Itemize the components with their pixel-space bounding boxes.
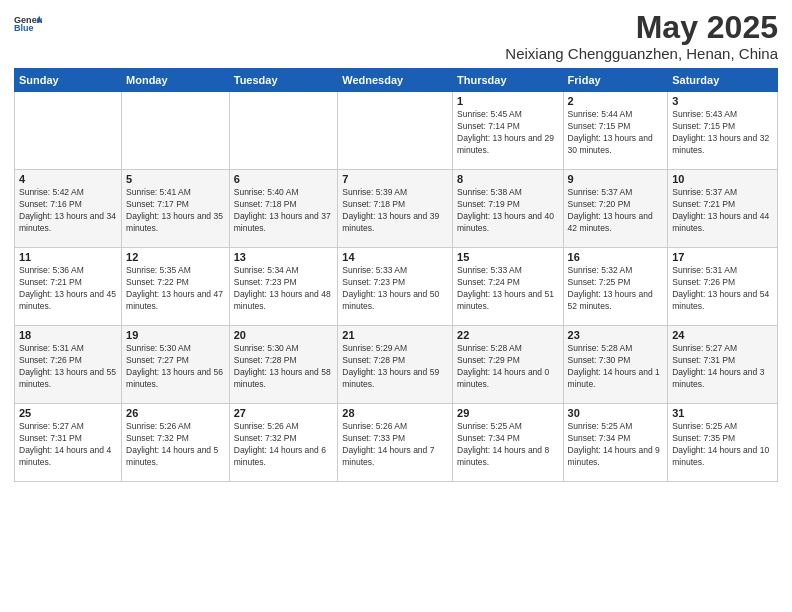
day-info: Sunrise: 5:26 AM Sunset: 7:32 PM Dayligh… [234, 421, 334, 469]
day-number: 4 [19, 173, 117, 185]
day-info: Sunrise: 5:33 AM Sunset: 7:24 PM Dayligh… [457, 265, 559, 313]
table-row: 10 Sunrise: 5:37 AM Sunset: 7:21 PM Dayl… [668, 170, 778, 248]
day-info: Sunrise: 5:28 AM Sunset: 7:30 PM Dayligh… [568, 343, 664, 391]
table-row: 31 Sunrise: 5:25 AM Sunset: 7:35 PM Dayl… [668, 404, 778, 482]
day-number: 23 [568, 329, 664, 341]
title-area: May 2025 Neixiang Chengguanzhen, Henan, … [505, 10, 778, 62]
table-row: 12 Sunrise: 5:35 AM Sunset: 7:22 PM Dayl… [122, 248, 230, 326]
day-number: 22 [457, 329, 559, 341]
day-info: Sunrise: 5:32 AM Sunset: 7:25 PM Dayligh… [568, 265, 664, 313]
table-row: 26 Sunrise: 5:26 AM Sunset: 7:32 PM Dayl… [122, 404, 230, 482]
day-number: 17 [672, 251, 773, 263]
day-number: 30 [568, 407, 664, 419]
table-row: 5 Sunrise: 5:41 AM Sunset: 7:17 PM Dayli… [122, 170, 230, 248]
table-row [338, 92, 453, 170]
day-info: Sunrise: 5:34 AM Sunset: 7:23 PM Dayligh… [234, 265, 334, 313]
day-info: Sunrise: 5:36 AM Sunset: 7:21 PM Dayligh… [19, 265, 117, 313]
table-row: 23 Sunrise: 5:28 AM Sunset: 7:30 PM Dayl… [563, 326, 668, 404]
week-row-1: 1 Sunrise: 5:45 AM Sunset: 7:14 PM Dayli… [15, 92, 778, 170]
table-row: 20 Sunrise: 5:30 AM Sunset: 7:28 PM Dayl… [229, 326, 338, 404]
day-info: Sunrise: 5:31 AM Sunset: 7:26 PM Dayligh… [19, 343, 117, 391]
day-info: Sunrise: 5:28 AM Sunset: 7:29 PM Dayligh… [457, 343, 559, 391]
col-saturday: Saturday [668, 69, 778, 92]
day-number: 13 [234, 251, 334, 263]
week-row-3: 11 Sunrise: 5:36 AM Sunset: 7:21 PM Dayl… [15, 248, 778, 326]
day-info: Sunrise: 5:37 AM Sunset: 7:21 PM Dayligh… [672, 187, 773, 235]
header-row: Sunday Monday Tuesday Wednesday Thursday… [15, 69, 778, 92]
col-tuesday: Tuesday [229, 69, 338, 92]
day-number: 5 [126, 173, 225, 185]
day-info: Sunrise: 5:26 AM Sunset: 7:32 PM Dayligh… [126, 421, 225, 469]
table-row: 30 Sunrise: 5:25 AM Sunset: 7:34 PM Dayl… [563, 404, 668, 482]
day-number: 3 [672, 95, 773, 107]
svg-text:Blue: Blue [14, 23, 34, 33]
week-row-2: 4 Sunrise: 5:42 AM Sunset: 7:16 PM Dayli… [15, 170, 778, 248]
day-info: Sunrise: 5:25 AM Sunset: 7:34 PM Dayligh… [457, 421, 559, 469]
day-number: 11 [19, 251, 117, 263]
day-info: Sunrise: 5:30 AM Sunset: 7:28 PM Dayligh… [234, 343, 334, 391]
day-info: Sunrise: 5:37 AM Sunset: 7:20 PM Dayligh… [568, 187, 664, 235]
table-row: 18 Sunrise: 5:31 AM Sunset: 7:26 PM Dayl… [15, 326, 122, 404]
day-info: Sunrise: 5:25 AM Sunset: 7:34 PM Dayligh… [568, 421, 664, 469]
day-number: 9 [568, 173, 664, 185]
day-info: Sunrise: 5:38 AM Sunset: 7:19 PM Dayligh… [457, 187, 559, 235]
day-number: 29 [457, 407, 559, 419]
day-info: Sunrise: 5:44 AM Sunset: 7:15 PM Dayligh… [568, 109, 664, 157]
table-row: 28 Sunrise: 5:26 AM Sunset: 7:33 PM Dayl… [338, 404, 453, 482]
day-info: Sunrise: 5:31 AM Sunset: 7:26 PM Dayligh… [672, 265, 773, 313]
table-row [122, 92, 230, 170]
day-info: Sunrise: 5:25 AM Sunset: 7:35 PM Dayligh… [672, 421, 773, 469]
day-info: Sunrise: 5:33 AM Sunset: 7:23 PM Dayligh… [342, 265, 448, 313]
table-row: 25 Sunrise: 5:27 AM Sunset: 7:31 PM Dayl… [15, 404, 122, 482]
day-number: 26 [126, 407, 225, 419]
day-number: 25 [19, 407, 117, 419]
day-number: 24 [672, 329, 773, 341]
col-friday: Friday [563, 69, 668, 92]
table-row: 17 Sunrise: 5:31 AM Sunset: 7:26 PM Dayl… [668, 248, 778, 326]
logo-icon: General Blue [14, 10, 42, 38]
day-number: 1 [457, 95, 559, 107]
table-row: 11 Sunrise: 5:36 AM Sunset: 7:21 PM Dayl… [15, 248, 122, 326]
table-row: 8 Sunrise: 5:38 AM Sunset: 7:19 PM Dayli… [453, 170, 564, 248]
calendar-table: Sunday Monday Tuesday Wednesday Thursday… [14, 68, 778, 482]
table-row: 19 Sunrise: 5:30 AM Sunset: 7:27 PM Dayl… [122, 326, 230, 404]
table-row [229, 92, 338, 170]
table-row: 4 Sunrise: 5:42 AM Sunset: 7:16 PM Dayli… [15, 170, 122, 248]
table-row: 6 Sunrise: 5:40 AM Sunset: 7:18 PM Dayli… [229, 170, 338, 248]
day-info: Sunrise: 5:27 AM Sunset: 7:31 PM Dayligh… [19, 421, 117, 469]
table-row: 7 Sunrise: 5:39 AM Sunset: 7:18 PM Dayli… [338, 170, 453, 248]
day-number: 28 [342, 407, 448, 419]
table-row: 3 Sunrise: 5:43 AM Sunset: 7:15 PM Dayli… [668, 92, 778, 170]
day-number: 15 [457, 251, 559, 263]
table-row: 27 Sunrise: 5:26 AM Sunset: 7:32 PM Dayl… [229, 404, 338, 482]
day-number: 12 [126, 251, 225, 263]
day-number: 27 [234, 407, 334, 419]
table-row: 15 Sunrise: 5:33 AM Sunset: 7:24 PM Dayl… [453, 248, 564, 326]
day-number: 8 [457, 173, 559, 185]
table-row: 14 Sunrise: 5:33 AM Sunset: 7:23 PM Dayl… [338, 248, 453, 326]
day-info: Sunrise: 5:27 AM Sunset: 7:31 PM Dayligh… [672, 343, 773, 391]
day-number: 19 [126, 329, 225, 341]
table-row: 2 Sunrise: 5:44 AM Sunset: 7:15 PM Dayli… [563, 92, 668, 170]
day-number: 21 [342, 329, 448, 341]
header: General Blue May 2025 Neixiang Chengguan… [14, 10, 778, 62]
day-info: Sunrise: 5:45 AM Sunset: 7:14 PM Dayligh… [457, 109, 559, 157]
day-number: 7 [342, 173, 448, 185]
day-number: 2 [568, 95, 664, 107]
day-info: Sunrise: 5:35 AM Sunset: 7:22 PM Dayligh… [126, 265, 225, 313]
day-info: Sunrise: 5:39 AM Sunset: 7:18 PM Dayligh… [342, 187, 448, 235]
table-row: 16 Sunrise: 5:32 AM Sunset: 7:25 PM Dayl… [563, 248, 668, 326]
page: General Blue May 2025 Neixiang Chengguan… [0, 0, 792, 612]
table-row: 13 Sunrise: 5:34 AM Sunset: 7:23 PM Dayl… [229, 248, 338, 326]
col-wednesday: Wednesday [338, 69, 453, 92]
col-sunday: Sunday [15, 69, 122, 92]
day-number: 18 [19, 329, 117, 341]
table-row: 24 Sunrise: 5:27 AM Sunset: 7:31 PM Dayl… [668, 326, 778, 404]
day-number: 10 [672, 173, 773, 185]
day-number: 16 [568, 251, 664, 263]
day-number: 6 [234, 173, 334, 185]
day-info: Sunrise: 5:26 AM Sunset: 7:33 PM Dayligh… [342, 421, 448, 469]
col-thursday: Thursday [453, 69, 564, 92]
table-row: 22 Sunrise: 5:28 AM Sunset: 7:29 PM Dayl… [453, 326, 564, 404]
day-number: 31 [672, 407, 773, 419]
